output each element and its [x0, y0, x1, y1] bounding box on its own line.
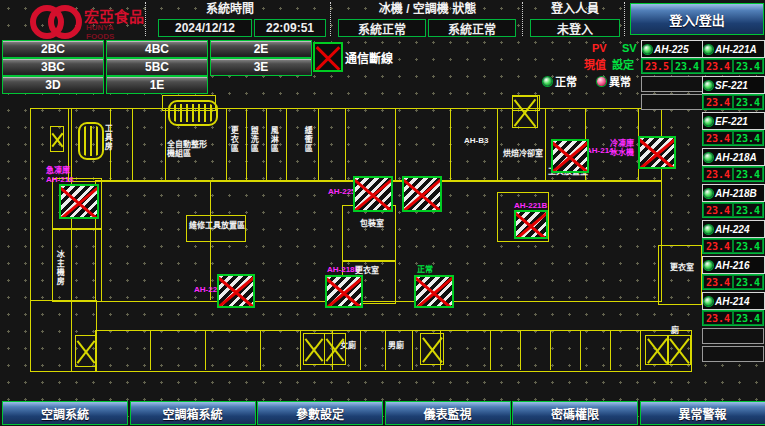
equipment-offline-AH-218B[interactable] [325, 275, 363, 308]
unit-name: AH-218B [715, 188, 757, 199]
stair-icon [667, 335, 691, 365]
map-label: 工具房 [103, 124, 112, 151]
sv-value: 23.4 [733, 275, 763, 289]
unit-name: AH-224 [715, 224, 749, 235]
equipment-offline-AH-216[interactable] [59, 184, 99, 219]
unit-AH-216: AH-216 [702, 256, 765, 274]
menu-button-4[interactable]: 儀表監視 [385, 401, 511, 425]
equipment-offline-AH-225[interactable] [353, 176, 393, 212]
map-label: 盥洗區 [249, 126, 258, 153]
unit-name: AH-221A [715, 44, 757, 55]
pv-value: 23.4 [703, 95, 733, 109]
map-label: 包裝室 [360, 219, 384, 228]
map-wall [205, 330, 206, 370]
map-label: 冰主機房 [55, 250, 64, 286]
map-room [95, 330, 692, 372]
map-label: 緩衝區 [303, 126, 312, 153]
map-wall [318, 108, 319, 180]
pv-value: 23.4 [703, 203, 733, 217]
map-label: 烘焙冷卻室 [503, 149, 543, 158]
unit-AH-221A: AH-221A [702, 40, 765, 58]
map-label: 全自動整形 機組區 [167, 140, 207, 158]
stair-icon [50, 126, 64, 152]
unit-AH-218B-values: 23.423.4 [702, 202, 764, 218]
menu-button-5[interactable]: 密碼權限 [512, 401, 638, 425]
map-wall [550, 330, 551, 370]
equipment-offline-AH-214[interactable] [551, 139, 589, 173]
map-wall [286, 108, 287, 180]
empty-slot [702, 346, 764, 362]
unit-name: EF-221 [715, 116, 748, 127]
elevator-icon [168, 100, 218, 126]
map-label: 更衣室 [355, 266, 379, 275]
pv-value: 23.4 [703, 167, 733, 181]
unit-name: SF-221 [715, 80, 748, 91]
map-wall [165, 108, 166, 180]
unit-lamp-icon [704, 225, 713, 234]
sv-value: 23.4 [733, 203, 763, 217]
equipment-offline-SF-221[interactable] [402, 176, 442, 212]
sv-value: 23.4 [733, 311, 763, 325]
equipment-offline-AH-224[interactable] [217, 274, 255, 308]
unit-AH-225: AH-225 [641, 40, 704, 58]
map-wall [395, 108, 396, 180]
stair-icon [420, 333, 444, 365]
menu-button-3[interactable]: 參數設定 [257, 401, 383, 425]
map-wall [226, 108, 227, 180]
map-label: 男廁 [388, 341, 404, 350]
map-label: 急凍庫 AH-216 [46, 166, 74, 184]
equipment-offline-chiller[interactable] [638, 136, 676, 169]
unit-AH-225-values: 23.5 23.4 [641, 58, 703, 74]
map-wall [132, 108, 133, 180]
unit-name: AH-218A [715, 152, 757, 163]
map-label: AH-221B [514, 201, 547, 210]
map-label: AH-225 [328, 187, 356, 196]
map-wall [640, 330, 641, 370]
map-room [658, 245, 702, 305]
map-label: 維修工具放置區 [189, 221, 245, 230]
map-label: 廁 [671, 326, 679, 335]
unit-AH-218A: AH-218A [702, 148, 765, 166]
map-wall [545, 108, 546, 180]
map-label: 正常 [417, 265, 433, 274]
pv-value: 23.5 [642, 59, 672, 73]
sv-value: 23.4 [733, 167, 763, 181]
unit-AH-216-values: 23.423.4 [702, 274, 764, 290]
unit-lamp-icon [704, 117, 713, 126]
map-wall [266, 108, 267, 180]
empty-slot [641, 76, 703, 92]
sv-value: 23.4 [672, 59, 702, 73]
pv-value: 23.4 [703, 275, 733, 289]
map-wall [210, 180, 211, 300]
stair-icon [324, 333, 346, 365]
stair-icon [75, 335, 97, 367]
unit-name: AH-225 [654, 44, 688, 55]
unit-lamp-icon [704, 189, 713, 198]
map-wall [497, 108, 498, 180]
unit-AH-214: AH-214 [702, 292, 765, 310]
map-wall [260, 330, 261, 370]
map-wall [610, 330, 611, 370]
unit-EF-221-values: 23.423.4 [702, 130, 764, 146]
map-wall [300, 330, 301, 370]
menu-button-1[interactable]: 空調系統 [2, 401, 128, 425]
unit-name: AH-216 [715, 260, 749, 271]
map-label: AH-B3 [464, 136, 488, 145]
stair-icon [303, 333, 325, 365]
unit-lamp-icon [704, 81, 713, 90]
map-wall [520, 330, 521, 370]
equipment-offline-unit[interactable] [414, 275, 454, 308]
empty-slot [702, 328, 764, 344]
map-wall [450, 108, 451, 180]
equipment-offline-AH-221B[interactable] [514, 210, 548, 239]
empty-slot [641, 94, 703, 110]
map-wall [345, 108, 346, 180]
unit-lamp-icon [704, 153, 713, 162]
unit-AH-221A-values: 23.423.4 [702, 58, 764, 74]
menu-button-2[interactable]: 空調箱系統 [130, 401, 256, 425]
unit-lamp-icon [704, 261, 713, 270]
pv-value: 23.4 [703, 311, 733, 325]
stair-icon [645, 335, 669, 365]
menu-button-6[interactable]: 異常警報 [640, 401, 765, 425]
map-wall [580, 330, 581, 370]
